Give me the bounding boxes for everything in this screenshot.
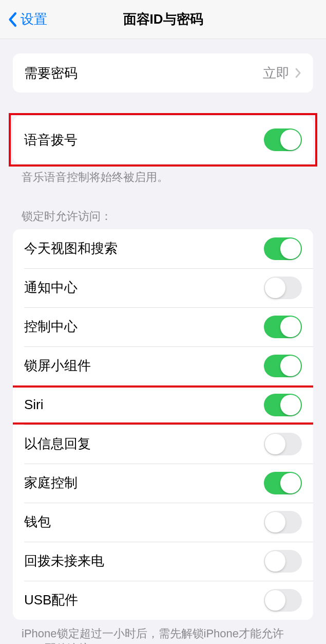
locked-item-row: 今天视图和搜索	[13, 229, 313, 268]
locked-item-toggle[interactable]	[264, 511, 302, 533]
locked-item-label: 钱包	[24, 513, 264, 531]
nav-bar: 设置 面容ID与密码	[0, 0, 326, 39]
locked-item-row: 钱包	[13, 503, 313, 542]
locked-item-label: 锁屏小组件	[24, 357, 264, 375]
locked-item-row: USB配件	[13, 581, 313, 620]
chevron-left-icon	[7, 11, 17, 28]
locked-item-toggle[interactable]	[264, 433, 302, 455]
locked-item-label: Siri	[24, 397, 264, 413]
locked-item-label: 今天视图和搜索	[24, 240, 264, 257]
voice-dial-group: 语音拨号	[13, 116, 313, 163]
locked-item-label: 家庭控制	[24, 474, 264, 492]
locked-item-toggle[interactable]	[264, 394, 302, 416]
locked-item-row: 控制中心	[13, 307, 313, 346]
chevron-right-icon	[295, 67, 302, 79]
voice-dial-label: 语音拨号	[24, 131, 264, 149]
locked-item-row: 以信息回复	[13, 425, 313, 464]
locked-item-row: 回拨未接来电	[13, 542, 313, 581]
back-button[interactable]: 设置	[0, 10, 47, 28]
require-passcode-value: 立即	[263, 64, 290, 82]
locked-item-label: USB配件	[24, 591, 264, 609]
voice-dial-row: 语音拨号	[13, 116, 313, 163]
locked-item-label: 回拨未接来电	[24, 552, 264, 570]
voice-dial-footer: 音乐语音控制将始终被启用。	[22, 170, 304, 185]
require-passcode-label: 需要密码	[24, 64, 263, 82]
locked-item-toggle[interactable]	[264, 550, 302, 573]
locked-item-toggle[interactable]	[264, 589, 302, 612]
locked-item-toggle[interactable]	[264, 237, 302, 260]
require-passcode-group: 需要密码 立即	[13, 53, 313, 93]
locked-item-toggle[interactable]	[264, 355, 302, 377]
locked-item-label: 通知中心	[24, 279, 264, 297]
locked-item-row: 通知中心	[13, 268, 313, 307]
locked-item-row: 家庭控制	[13, 464, 313, 503]
locked-item-row: Siri	[13, 385, 313, 425]
back-label: 设置	[21, 10, 47, 28]
locked-access-group: 今天视图和搜索通知中心控制中心锁屏小组件Siri以信息回复家庭控制钱包回拨未接来…	[13, 229, 313, 620]
locked-item-toggle[interactable]	[264, 472, 302, 494]
voice-dial-toggle[interactable]	[264, 128, 302, 151]
page-title: 面容ID与密码	[0, 10, 326, 28]
usb-footer: iPhone锁定超过一小时后，需先解锁iPhone才能允许USB配件连接。	[22, 626, 304, 644]
locked-item-toggle[interactable]	[264, 316, 302, 338]
locked-item-row: 锁屏小组件	[13, 346, 313, 385]
locked-item-toggle[interactable]	[264, 277, 302, 299]
require-passcode-row[interactable]: 需要密码 立即	[13, 53, 313, 93]
locked-access-header: 锁定时允许访问：	[22, 209, 304, 224]
locked-item-label: 以信息回复	[24, 435, 264, 453]
locked-item-label: 控制中心	[24, 318, 264, 336]
